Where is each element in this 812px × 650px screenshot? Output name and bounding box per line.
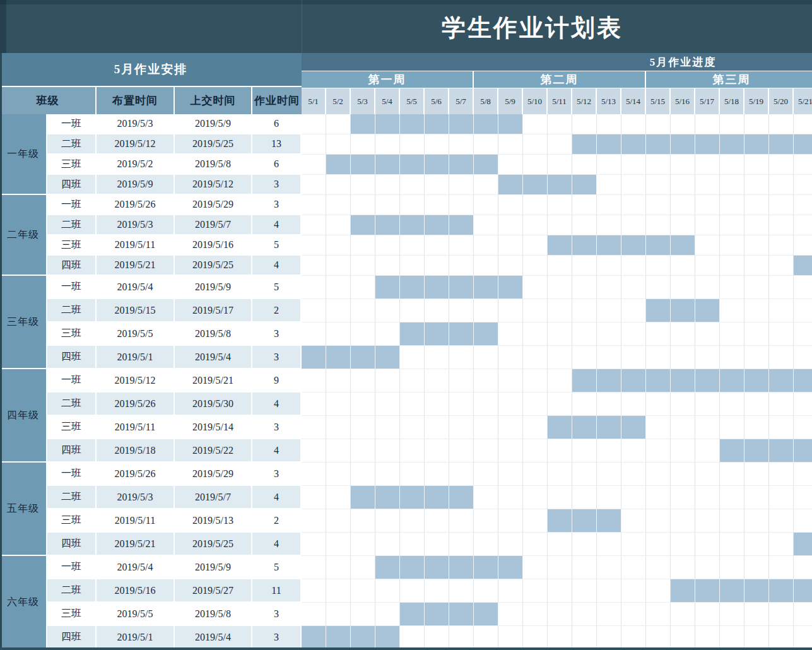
gantt-cell[interactable] xyxy=(449,533,474,556)
gantt-cell[interactable] xyxy=(720,195,744,215)
gantt-cell[interactable] xyxy=(302,256,326,276)
duration-cell[interactable]: 4 xyxy=(252,393,302,416)
gantt-cell[interactable] xyxy=(769,175,794,195)
gantt-bar-cell[interactable] xyxy=(548,175,572,195)
gantt-cell[interactable] xyxy=(400,299,425,322)
gantt-cell[interactable] xyxy=(744,626,769,649)
due-date-cell[interactable]: 2019/5/8 xyxy=(175,322,252,346)
gantt-cell[interactable] xyxy=(621,322,646,346)
gantt-cell[interactable] xyxy=(744,346,769,369)
gantt-cell[interactable] xyxy=(474,369,498,393)
gantt-cell[interactable] xyxy=(671,195,695,215)
gantt-cell[interactable] xyxy=(302,486,326,509)
duration-cell[interactable]: 3 xyxy=(252,626,302,649)
gantt-cell[interactable] xyxy=(302,195,326,215)
duration-cell[interactable]: 5 xyxy=(252,235,302,256)
gantt-cell[interactable] xyxy=(621,486,646,509)
gantt-cell[interactable] xyxy=(572,393,597,416)
gantt-cell[interactable] xyxy=(621,509,646,533)
gantt-cell[interactable] xyxy=(548,393,572,416)
gantt-bar-cell[interactable] xyxy=(400,556,425,579)
gantt-bar-cell[interactable] xyxy=(744,369,769,393)
assigned-date-cell[interactable]: 2019/5/9 xyxy=(97,175,175,195)
gantt-cell[interactable] xyxy=(671,509,695,533)
gantt-bar-cell[interactable] xyxy=(375,556,400,579)
gantt-cell[interactable] xyxy=(400,509,425,533)
gantt-cell[interactable] xyxy=(646,155,671,175)
gantt-bar-cell[interactable] xyxy=(794,439,812,463)
gantt-bar-cell[interactable] xyxy=(621,134,646,155)
gantt-cell[interactable] xyxy=(720,393,744,416)
gantt-cell[interactable] xyxy=(695,486,720,509)
gantt-bar-cell[interactable] xyxy=(351,215,375,235)
gantt-cell[interactable] xyxy=(744,175,769,195)
gantt-cell[interactable] xyxy=(302,114,326,134)
duration-cell[interactable]: 6 xyxy=(252,114,302,134)
gantt-bar-cell[interactable] xyxy=(794,134,812,155)
assigned-date-cell[interactable]: 2019/5/26 xyxy=(97,463,175,486)
gantt-cell[interactable] xyxy=(498,603,523,626)
gantt-cell[interactable] xyxy=(671,439,695,463)
gantt-bar-cell[interactable] xyxy=(351,626,375,649)
gantt-bar-cell[interactable] xyxy=(646,299,671,322)
gantt-cell[interactable] xyxy=(326,603,351,626)
gantt-cell[interactable] xyxy=(351,195,375,215)
gantt-cell[interactable] xyxy=(351,235,375,256)
gantt-cell[interactable] xyxy=(425,533,449,556)
gantt-cell[interactable] xyxy=(794,509,812,533)
assigned-date-cell[interactable]: 2019/5/26 xyxy=(97,393,175,416)
gantt-bar-cell[interactable] xyxy=(474,114,498,134)
gantt-bar-cell[interactable] xyxy=(326,346,351,369)
gantt-cell[interactable] xyxy=(326,114,351,134)
gantt-cell[interactable] xyxy=(326,195,351,215)
class-cell[interactable]: 四班 xyxy=(47,256,97,276)
gantt-cell[interactable] xyxy=(621,155,646,175)
gantt-bar-cell[interactable] xyxy=(548,235,572,256)
gantt-cell[interactable] xyxy=(523,416,548,439)
gantt-cell[interactable] xyxy=(449,134,474,155)
gantt-cell[interactable] xyxy=(523,114,548,134)
gantt-cell[interactable] xyxy=(744,322,769,346)
gantt-cell[interactable] xyxy=(769,276,794,299)
gantt-cell[interactable] xyxy=(548,195,572,215)
gantt-cell[interactable] xyxy=(769,416,794,439)
gantt-cell[interactable] xyxy=(695,256,720,276)
gantt-cell[interactable] xyxy=(474,256,498,276)
gantt-cell[interactable] xyxy=(474,486,498,509)
gantt-cell[interactable] xyxy=(794,114,812,134)
gantt-bar-cell[interactable] xyxy=(794,579,812,603)
gantt-cell[interactable] xyxy=(302,556,326,579)
gantt-cell[interactable] xyxy=(474,463,498,486)
class-cell[interactable]: 二班 xyxy=(47,215,97,235)
gantt-cell[interactable] xyxy=(548,256,572,276)
gantt-cell[interactable] xyxy=(302,369,326,393)
gantt-bar-cell[interactable] xyxy=(375,486,400,509)
gantt-bar-cell[interactable] xyxy=(572,369,597,393)
gantt-cell[interactable] xyxy=(597,175,621,195)
gantt-cell[interactable] xyxy=(498,579,523,603)
gantt-bar-cell[interactable] xyxy=(646,369,671,393)
gantt-bar-cell[interactable] xyxy=(302,346,326,369)
assigned-date-cell[interactable]: 2019/5/3 xyxy=(97,486,175,509)
due-date-cell[interactable]: 2019/5/8 xyxy=(175,603,252,626)
gantt-cell[interactable] xyxy=(474,195,498,215)
gantt-cell[interactable] xyxy=(744,256,769,276)
gantt-cell[interactable] xyxy=(548,486,572,509)
gantt-cell[interactable] xyxy=(695,463,720,486)
gantt-cell[interactable] xyxy=(523,134,548,155)
gantt-cell[interactable] xyxy=(326,175,351,195)
due-date-cell[interactable]: 2019/5/16 xyxy=(175,235,252,256)
gantt-bar-cell[interactable] xyxy=(498,175,523,195)
gantt-cell[interactable] xyxy=(302,155,326,175)
gantt-cell[interactable] xyxy=(326,299,351,322)
gantt-cell[interactable] xyxy=(720,556,744,579)
gantt-cell[interactable] xyxy=(744,235,769,256)
gantt-bar-cell[interactable] xyxy=(326,626,351,649)
gantt-cell[interactable] xyxy=(449,626,474,649)
gantt-cell[interactable] xyxy=(548,276,572,299)
gantt-cell[interactable] xyxy=(671,556,695,579)
gantt-cell[interactable] xyxy=(621,299,646,322)
class-cell[interactable]: 一班 xyxy=(47,114,97,134)
gantt-cell[interactable] xyxy=(695,556,720,579)
gantt-cell[interactable] xyxy=(597,299,621,322)
